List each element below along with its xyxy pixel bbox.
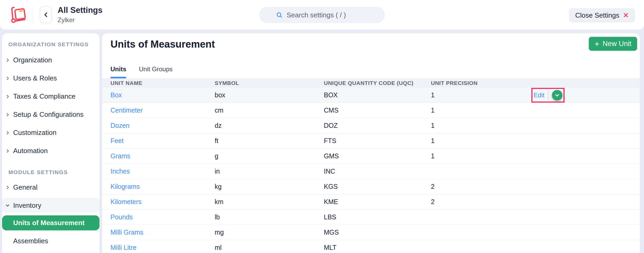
unit-name-link[interactable]: Dozen bbox=[110, 122, 215, 129]
unit-uqc: MGS bbox=[324, 229, 431, 236]
sidebar-item-label: Assemblies bbox=[13, 237, 48, 245]
unit-name-link[interactable]: Grams bbox=[110, 152, 215, 160]
units-table: Box box BOX 1 Edit Centimeter cm CMS bbox=[102, 88, 640, 253]
sidebar-item-setup-configurations[interactable]: Setup & Configurations bbox=[2, 105, 99, 124]
edit-link[interactable]: Edit bbox=[534, 92, 544, 99]
unit-precision: 2 bbox=[431, 198, 531, 206]
sidebar-item-units-of-measurement[interactable]: Units of Measurement bbox=[2, 215, 99, 230]
sidebar-item-label: Units of Measurement bbox=[13, 219, 85, 227]
table-row[interactable]: Centimeter cm CMS 1 bbox=[102, 103, 640, 118]
table-row[interactable]: Dozen dz DOZ 1 bbox=[102, 118, 640, 133]
settings-sidebar: ORGANIZATION SETTINGS Organization Users… bbox=[2, 33, 99, 253]
unit-uqc: LBS bbox=[324, 213, 431, 221]
search-input[interactable] bbox=[287, 11, 368, 19]
unit-name-link[interactable]: Centimeter bbox=[110, 107, 215, 114]
column-header-uqc: UNIQUE QUANTITY CODE (UQC) bbox=[324, 80, 431, 86]
sidebar-item-label: Inventory bbox=[13, 201, 41, 210]
sidebar-item-label: Taxes & Compliance bbox=[13, 92, 76, 100]
unit-symbol: box bbox=[215, 91, 324, 99]
chevron-right-icon bbox=[5, 148, 10, 154]
unit-name-link[interactable]: Feet bbox=[110, 137, 215, 145]
organization-name: Zylker bbox=[58, 16, 103, 24]
table-row[interactable]: Inches in INC bbox=[102, 164, 640, 179]
unit-symbol: ft bbox=[215, 137, 324, 145]
unit-symbol: lb bbox=[215, 213, 324, 221]
unit-symbol: mg bbox=[215, 229, 324, 236]
sidebar-item-general[interactable]: General bbox=[2, 178, 99, 196]
column-header-unit-name: UNIT NAME bbox=[110, 80, 215, 86]
close-settings-button[interactable]: Close Settings ✕ bbox=[569, 8, 635, 22]
sidebar-item-taxes-compliance[interactable]: Taxes & Compliance bbox=[2, 87, 99, 105]
unit-uqc: INC bbox=[324, 168, 431, 175]
close-x-icon: ✕ bbox=[623, 12, 629, 19]
sidebar-item-label: Organization bbox=[13, 56, 52, 64]
sidebar-item-label: Setup & Configurations bbox=[13, 110, 83, 119]
chevron-right-icon bbox=[5, 112, 10, 118]
unit-name-link[interactable]: Milli Litre bbox=[110, 244, 215, 251]
unit-uqc: KME bbox=[324, 198, 431, 206]
unit-name-link[interactable]: Kilometers bbox=[110, 198, 215, 206]
sidebar-item-automation[interactable]: Automation bbox=[2, 142, 99, 160]
unit-name-link[interactable]: Milli Grams bbox=[110, 229, 215, 236]
chevron-right-icon bbox=[5, 130, 10, 136]
sidebar-item-label: Users & Roles bbox=[13, 74, 57, 82]
unit-name-link[interactable]: Pounds bbox=[110, 213, 215, 221]
edit-action-highlight-box: Edit bbox=[531, 88, 565, 103]
unit-precision: 2 bbox=[431, 183, 531, 190]
unit-symbol: kg bbox=[215, 183, 324, 190]
new-unit-label: New Unit bbox=[602, 40, 631, 48]
tab-units[interactable]: Units bbox=[110, 65, 126, 77]
chevron-down-icon bbox=[5, 203, 10, 208]
table-header-row: UNIT NAME SYMBOL UNIQUE QUANTITY CODE (U… bbox=[102, 79, 640, 88]
unit-symbol: dz bbox=[215, 122, 324, 129]
unit-name-link[interactable]: Kilograms bbox=[110, 183, 215, 190]
table-row[interactable]: Grams g GMS 1 bbox=[102, 149, 640, 164]
unit-name-link[interactable]: Inches bbox=[110, 168, 215, 175]
table-row[interactable]: Milli Litre ml MLT bbox=[102, 240, 640, 253]
table-row[interactable]: Kilograms kg KGS 2 bbox=[102, 179, 640, 194]
plus-icon: + bbox=[595, 40, 600, 48]
close-settings-label: Close Settings bbox=[575, 11, 620, 19]
unit-name-link[interactable]: Box bbox=[110, 91, 215, 99]
tab-unit-groups[interactable]: Unit Groups bbox=[139, 65, 173, 77]
unit-uqc: KGS bbox=[324, 183, 431, 190]
chevron-right-icon bbox=[5, 75, 10, 81]
unit-uqc: BOX bbox=[324, 91, 431, 99]
inventory-logo[interactable] bbox=[8, 4, 28, 25]
table-row[interactable]: Box box BOX 1 Edit bbox=[102, 88, 640, 103]
sidebar-item-inventory[interactable]: Inventory bbox=[2, 198, 99, 213]
action-divider bbox=[548, 91, 549, 100]
unit-uqc: MLT bbox=[324, 244, 431, 251]
unit-uqc: CMS bbox=[324, 107, 431, 114]
sidebar-item-assemblies[interactable]: Assemblies bbox=[2, 232, 99, 250]
topbar-divider bbox=[33, 7, 33, 23]
row-expand-button[interactable] bbox=[552, 90, 562, 100]
unit-symbol: g bbox=[215, 152, 324, 160]
table-row[interactable]: Feet ft FTS 1 bbox=[102, 133, 640, 149]
search-icon bbox=[276, 12, 283, 19]
table-row[interactable]: Pounds lb LBS bbox=[102, 210, 640, 225]
sidebar-item-label: General bbox=[13, 183, 38, 191]
section-label-module-settings: MODULE SETTINGS bbox=[8, 169, 99, 175]
sidebar-item-organization[interactable]: Organization bbox=[2, 51, 99, 69]
section-label-organization-settings: ORGANIZATION SETTINGS bbox=[8, 41, 99, 48]
chevron-right-icon bbox=[5, 94, 10, 99]
unit-precision: 1 bbox=[431, 91, 531, 99]
sidebar-item-customization[interactable]: Customization bbox=[2, 124, 99, 142]
sidebar-item-users-roles[interactable]: Users & Roles bbox=[2, 69, 99, 87]
title-block: All Settings Zylker bbox=[58, 6, 103, 24]
units-tabs: Units Unit Groups bbox=[110, 65, 173, 77]
table-row[interactable]: Kilometers km KME 2 bbox=[102, 194, 640, 210]
unit-precision: 1 bbox=[431, 137, 531, 145]
unit-symbol: ml bbox=[215, 244, 324, 251]
new-unit-button[interactable]: + New Unit bbox=[589, 37, 637, 51]
back-button[interactable] bbox=[40, 6, 52, 23]
table-row[interactable]: Milli Grams mg MGS bbox=[102, 225, 640, 240]
unit-symbol: in bbox=[215, 168, 324, 175]
settings-search[interactable] bbox=[259, 7, 385, 23]
chevron-left-icon bbox=[43, 12, 49, 18]
unit-precision: 1 bbox=[431, 152, 531, 160]
page-title: Units of Measurement bbox=[110, 38, 215, 50]
sidebar-item-label: Automation bbox=[13, 147, 48, 155]
top-bar: All Settings Zylker Close Settings ✕ bbox=[0, 0, 644, 29]
